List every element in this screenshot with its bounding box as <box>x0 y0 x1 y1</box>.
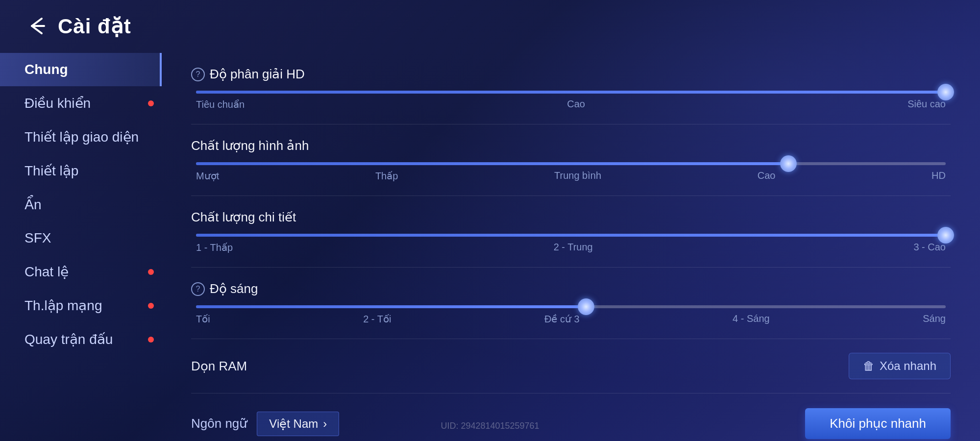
slider-fill <box>196 162 788 165</box>
language-label: Ngôn ngữ <box>191 416 247 431</box>
setting-chat-luong-hinh-anh: Chất lượng hình ảnh Mượt Thấp Trung bình… <box>191 124 951 196</box>
sidebar-item-chat-le[interactable]: Chat lệ <box>0 255 162 289</box>
slider-labels: 1 - Thấp 2 - Trung 3 - Cao <box>196 242 946 253</box>
setting-do-sang: ? Độ sáng Tối 2 - Tối Đề cứ 3 4 - Sáng S… <box>191 268 951 339</box>
notification-dot-chat-le <box>148 269 154 275</box>
setting-label-do-sang: ? Độ sáng <box>191 281 951 296</box>
sidebar-item-chung[interactable]: Chung <box>0 53 162 86</box>
sidebar-item-quay-tran-dau[interactable]: Quay trận đấu <box>0 322 162 356</box>
notification-dot <box>148 100 154 106</box>
content-area: ? Độ phân giải HD Tiêu chuẩn Cao Siêu ca… <box>162 48 980 440</box>
sidebar-item-th-lap-mang[interactable]: Th.lập mạng <box>0 289 162 322</box>
setting-do-phan-giai: ? Độ phân giải HD Tiêu chuẩn Cao Siêu ca… <box>191 53 951 124</box>
language-row: Ngôn ngữ Việt Nam › <box>191 412 339 436</box>
setting-chat-luong-chi-tiet: Chất lượng chi tiết 1 - Thấp 2 - Trung 3… <box>191 196 951 268</box>
slider-track <box>196 234 946 237</box>
footer: Ngôn ngữ Việt Nam › Khôi phục nhanh <box>191 393 951 441</box>
sidebar-item-dieu-khien[interactable]: Điều khiển <box>0 86 162 120</box>
trash-icon: 🗑 <box>863 359 875 373</box>
notification-dot-mang <box>148 303 154 309</box>
main-layout: Chung Điều khiển Thiết lập giao diện Thi… <box>0 48 980 440</box>
slider-thumb[interactable] <box>780 155 797 172</box>
slider-track <box>196 162 946 165</box>
help-icon-do-sang[interactable]: ? <box>191 282 205 296</box>
slider-fill <box>196 305 586 308</box>
slider-track <box>196 305 946 308</box>
help-icon-do-phan-giai[interactable]: ? <box>191 68 205 81</box>
xoa-nhanh-button[interactable]: 🗑 Xóa nhanh <box>849 353 951 379</box>
slider-labels: Mượt Thấp Trung bình Cao HD <box>196 170 946 182</box>
back-arrow-icon[interactable] <box>24 14 49 38</box>
page-title: Cài đặt <box>58 14 131 38</box>
setting-label-do-phan-giai: ? Độ phân giải HD <box>191 67 951 82</box>
uid-text: UID: 2942814015259761 <box>441 421 539 431</box>
chevron-right-icon: › <box>323 417 327 431</box>
ram-label: Dọn RAM <box>191 359 247 374</box>
slider-thumb[interactable] <box>937 84 954 100</box>
slider-chat-luong-chi-tiet[interactable]: 1 - Thấp 2 - Trung 3 - Cao <box>196 234 946 253</box>
khoi-phuc-nhanh-button[interactable]: Khôi phục nhanh <box>805 408 951 439</box>
setting-label-chat-luong-chi-tiet: Chất lượng chi tiết <box>191 210 951 225</box>
sidebar-item-thiet-lap-giao-dien[interactable]: Thiết lập giao diện <box>0 120 162 154</box>
slider-thumb[interactable] <box>578 298 594 315</box>
slider-do-sang[interactable]: Tối 2 - Tối Đề cứ 3 4 - Sáng Sáng <box>196 305 946 325</box>
sidebar-item-sfx[interactable]: SFX <box>0 221 162 255</box>
slider-labels: Tiêu chuẩn Cao Siêu cao <box>196 98 946 110</box>
slider-track <box>196 91 946 94</box>
setting-label-chat-luong-hinh-anh: Chất lượng hình ảnh <box>191 138 951 153</box>
slider-do-phan-giai[interactable]: Tiêu chuẩn Cao Siêu cao <box>196 91 946 110</box>
language-button[interactable]: Việt Nam › <box>257 412 339 436</box>
ram-row: Dọn RAM 🗑 Xóa nhanh <box>191 339 951 393</box>
notification-dot-quay <box>148 337 154 343</box>
header: Cài đặt <box>0 0 980 48</box>
sidebar-item-an[interactable]: Ẩn <box>0 188 162 221</box>
slider-labels: Tối 2 - Tối Đề cứ 3 4 - Sáng Sáng <box>196 313 946 325</box>
sidebar-item-thiet-lap[interactable]: Thiết lập <box>0 154 162 188</box>
slider-fill <box>196 91 946 94</box>
slider-fill <box>196 234 946 237</box>
slider-chat-luong-hinh-anh[interactable]: Mượt Thấp Trung bình Cao HD <box>196 162 946 182</box>
sidebar: Chung Điều khiển Thiết lập giao diện Thi… <box>0 48 162 440</box>
slider-thumb[interactable] <box>937 227 954 244</box>
